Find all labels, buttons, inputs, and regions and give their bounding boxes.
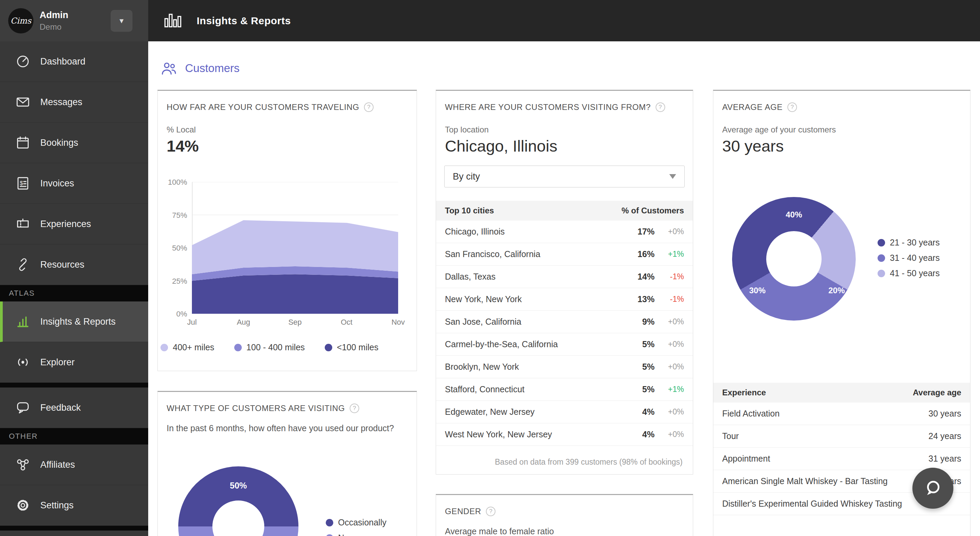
table-header: Top 10 cities % of Customers xyxy=(436,201,693,221)
card-title: GENDER xyxy=(445,507,481,516)
svg-text:$: $ xyxy=(20,180,23,186)
stat-label: % Local xyxy=(158,125,417,135)
sidebar-item-experiences[interactable]: Experiences xyxy=(0,204,148,245)
delta-cell: -1% xyxy=(655,295,684,304)
delta-cell: +1% xyxy=(655,385,684,394)
link-icon xyxy=(15,257,31,272)
customers-icon xyxy=(161,61,177,76)
bar-chart-icon xyxy=(15,314,31,329)
card-customer-type: WHAT TYPE OF CUSTOMERS ARE VISITING ? In… xyxy=(158,391,417,536)
account-dropdown-button[interactable]: ▼ xyxy=(111,10,132,32)
area-chart: 0%25%50%75%100% JulAugSepOctNov xyxy=(158,182,417,314)
gear-icon xyxy=(15,498,31,513)
delta-cell: +0% xyxy=(655,407,684,417)
table-row: Dallas, Texas14%-1% xyxy=(436,266,693,288)
app-logo-icon: Cims xyxy=(8,8,33,33)
sidebar-item-invoices[interactable]: $ Invoices xyxy=(0,163,148,204)
donut-segment-label: 40% xyxy=(786,210,802,219)
cities-table: Top 10 cities % of Customers Chicago, Il… xyxy=(436,201,693,446)
sidebar-item-feedback[interactable]: Feedback xyxy=(0,388,148,428)
sidebar-item-label: Dashboard xyxy=(40,56,85,67)
chart-legend: 400+ miles 100 - 400 miles <100 miles xyxy=(158,342,417,352)
legend-item: Never xyxy=(326,533,387,536)
sidebar-item-settings[interactable]: Settings xyxy=(0,485,148,526)
network-icon xyxy=(15,457,31,472)
card-subtitle: In the past 6 months, how often have you… xyxy=(158,423,417,433)
legend-item: Occasionally xyxy=(326,518,387,528)
help-icon[interactable]: ? xyxy=(350,404,359,413)
pct-cell: 5% xyxy=(624,362,655,372)
table-row: San Jose, California9%+0% xyxy=(436,311,693,333)
section-header: Customers xyxy=(161,61,240,76)
legend-dot xyxy=(161,344,168,351)
legend-dot xyxy=(878,254,885,262)
stat-value: 30 years xyxy=(713,137,970,155)
card-gender: GENDER ? Average male to female ratio xyxy=(436,494,693,536)
y-axis-labels: 0%25%50%75%100% xyxy=(167,182,192,314)
chart-legend: 21 - 30 years 31 - 40 years 41 - 50 year… xyxy=(878,238,940,278)
table-header: Experience Average age xyxy=(713,383,970,402)
card-title: AVERAGE AGE xyxy=(722,102,783,112)
table-row: Chicago, Illinois17%+0% xyxy=(436,221,693,243)
table-row: West New York, New Jersey4%+0% xyxy=(436,423,693,446)
x-axis-labels: JulAugSepOctNov xyxy=(192,318,398,328)
donut-segment-label: 20% xyxy=(828,286,845,295)
stat-value: 14% xyxy=(158,137,417,155)
city-cell: San Jose, California xyxy=(445,317,624,327)
donut-hole xyxy=(766,231,822,286)
sidebar-item-messages[interactable]: Messages xyxy=(0,82,148,122)
chat-launcher-button[interactable] xyxy=(912,468,953,509)
sidebar-item-affiliates[interactable]: Affiliates xyxy=(0,444,148,485)
help-icon[interactable]: ? xyxy=(655,102,665,112)
ticket-icon xyxy=(15,216,31,232)
help-icon[interactable]: ? xyxy=(364,102,374,112)
area-plot: JulAugSepOctNov xyxy=(192,182,398,314)
help-icon[interactable]: ? xyxy=(788,102,797,112)
legend-dot xyxy=(234,344,242,351)
donut-chart: 40% 30% 20% xyxy=(732,197,856,321)
city-cell: Dallas, Texas xyxy=(445,272,624,282)
pct-cell: 5% xyxy=(624,339,655,349)
legend-dot xyxy=(325,344,332,351)
account-org: Demo xyxy=(40,22,68,32)
calendar-icon xyxy=(15,135,31,151)
legend-item: 21 - 30 years xyxy=(878,238,940,248)
delta-cell: +0% xyxy=(655,430,684,439)
sidebar: Cims Admin Demo ▼ Dashboard Messages Boo… xyxy=(0,0,148,536)
experience-cell: Tour xyxy=(722,431,910,441)
sidebar-section-other: OTHER xyxy=(0,428,148,444)
pct-cell: 5% xyxy=(624,385,655,394)
sidebar-item-explorer[interactable]: Explorer xyxy=(0,342,148,383)
city-cell: West New York, New Jersey xyxy=(445,429,624,439)
stat-label: Top location xyxy=(436,125,693,135)
account-switcher[interactable]: Cims Admin Demo ▼ xyxy=(0,0,148,41)
select-value: By city xyxy=(453,172,480,182)
pct-cell: 16% xyxy=(624,249,655,259)
sidebar-item-dashboard[interactable]: Dashboard xyxy=(0,41,148,82)
city-filter-select[interactable]: By city xyxy=(444,165,685,188)
bar-chart-icon xyxy=(164,12,182,29)
table-row: San Francisco, California16%+1% xyxy=(436,243,693,266)
card-visiting-from: WHERE ARE YOUR CUSTOMERS VISITING FROM? … xyxy=(436,90,693,474)
donut-hole xyxy=(212,501,264,536)
sidebar-item-label: Invoices xyxy=(40,178,74,189)
sidebar-item-label: Resources xyxy=(40,259,84,270)
city-cell: Brooklyn, New York xyxy=(445,362,624,372)
city-cell: Stafford, Connecticut xyxy=(445,385,624,394)
sidebar-item-bookings[interactable]: Bookings xyxy=(0,122,148,163)
delta-cell: +0% xyxy=(655,362,684,371)
sidebar-item-resources[interactable]: Resources xyxy=(0,245,148,285)
help-icon[interactable]: ? xyxy=(486,507,495,516)
legend-dot xyxy=(326,534,333,536)
gauge-icon xyxy=(15,54,31,69)
table-row: Stafford, Connecticut5%+1% xyxy=(436,378,693,401)
sidebar-item-label: Settings xyxy=(40,500,74,511)
donut-segment-label: 50% xyxy=(230,481,247,491)
stat-label: Average age of your customers xyxy=(713,125,970,135)
donut-chart: 50% xyxy=(178,466,298,536)
sidebar-divider xyxy=(0,383,148,388)
delta-cell: -1% xyxy=(655,272,684,282)
age-cell: 31 years xyxy=(910,454,961,464)
city-cell: Carmel-by-the-Sea, California xyxy=(445,339,624,349)
sidebar-item-insights-reports[interactable]: Insights & Reports xyxy=(0,301,148,342)
